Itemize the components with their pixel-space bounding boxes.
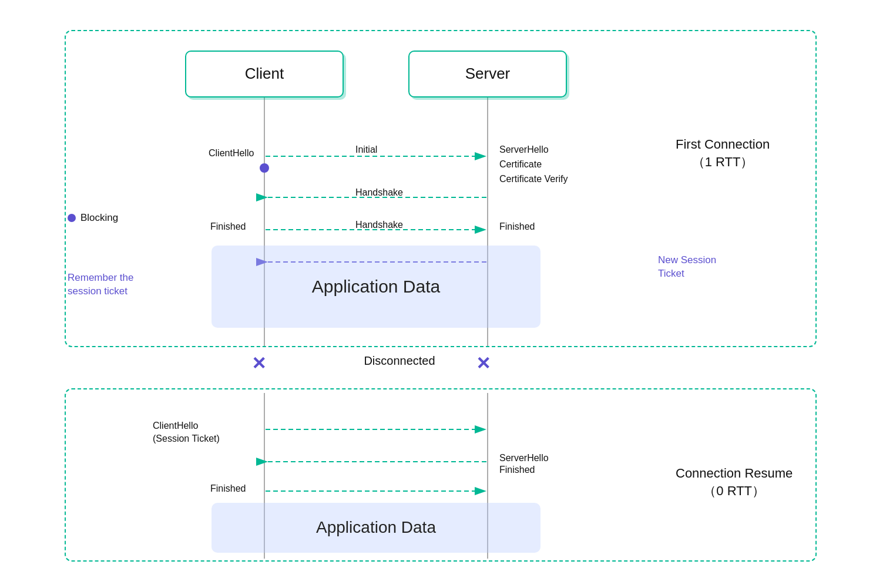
connection-resume-title: Connection Resume （0 RTT） [676, 465, 793, 501]
certificate-verify-label: Certificate Verify [499, 174, 568, 184]
new-session-ticket-label: New Session Ticket [658, 253, 716, 281]
remember-session-label: Remember the session ticket [68, 271, 133, 299]
x-mark-left: ✕ [251, 353, 266, 374]
server-box: Server [408, 51, 567, 98]
x-mark-right: ✕ [476, 353, 491, 374]
client-hello-session-label: ClientHello (Session Ticket) [153, 419, 220, 446]
server-hello-label: ServerHello [499, 145, 549, 155]
disconnected-label: Disconnected [306, 354, 494, 368]
finished-right-label: Finished [499, 221, 535, 232]
handshake-right-label: Handshake [355, 220, 403, 230]
server-hello-bottom-label: ServerHello [499, 453, 549, 463]
client-hello-label: ClientHello [209, 148, 254, 159]
app-data-label-bottom: Application Data [212, 503, 540, 553]
diagram-container: Client Server ClientHello Initial Server… [35, 18, 858, 570]
initial-label: Initial [355, 145, 377, 155]
finished-bottom-label: Finished [210, 483, 246, 494]
blocking-text: Blocking [80, 212, 118, 224]
finished-bottom-right-label: Finished [499, 465, 535, 475]
app-data-label-top: Application Data [212, 246, 540, 328]
server-label: Server [465, 65, 511, 83]
app-data-box-top: Application Data [212, 246, 540, 328]
finished-top-label: Finished [210, 221, 246, 232]
first-connection-title: First Connection （1 RTT） [676, 136, 770, 172]
client-box: Client [185, 51, 344, 98]
blocking-legend: Blocking [68, 212, 118, 224]
app-data-box-bottom: Application Data [212, 503, 540, 553]
client-label: Client [245, 65, 284, 83]
certificate-label: Certificate [499, 159, 542, 170]
handshake-left-label: Handshake [355, 187, 403, 198]
blocking-dot-icon [68, 214, 76, 222]
